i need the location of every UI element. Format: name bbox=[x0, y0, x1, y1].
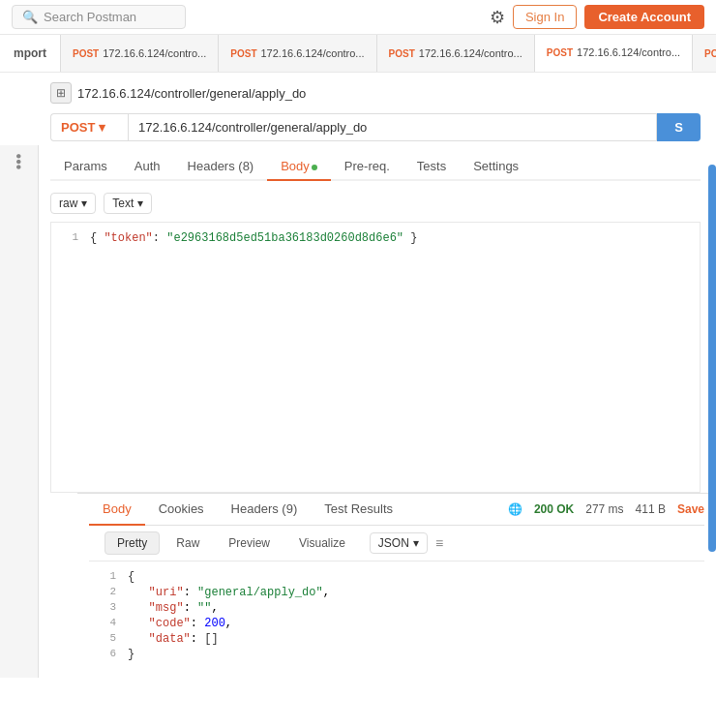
response-time: 277 ms bbox=[585, 502, 623, 516]
tab-3[interactable]: POST 172.16.6.124/contro... bbox=[377, 35, 535, 72]
method-select[interactable]: POST ▾ bbox=[50, 113, 128, 141]
globe-icon: 🌐 bbox=[508, 502, 522, 516]
tab-3-method: POST bbox=[389, 48, 415, 59]
url-input[interactable] bbox=[128, 113, 657, 141]
resp-pretty-tab[interactable]: Pretty bbox=[104, 531, 160, 555]
breadcrumb-icon: ⊞ bbox=[50, 82, 72, 104]
json-format-label: JSON bbox=[378, 536, 409, 550]
colon: : bbox=[153, 231, 166, 245]
resp-lnum-2: 2 bbox=[89, 586, 128, 597]
tab-2-method: POST bbox=[230, 48, 256, 59]
resp-lnum-4: 4 bbox=[89, 617, 128, 628]
signin-button[interactable]: Sign In bbox=[513, 5, 577, 29]
tab-settings[interactable]: Settings bbox=[460, 153, 532, 181]
resp-content-4: "code": 200, bbox=[128, 617, 232, 630]
code-line-1: 1 { "token": "e2963168d5ed51ba36183d0260… bbox=[51, 230, 700, 246]
tab-3-url: 172.16.6.124/contro... bbox=[419, 47, 522, 59]
tab-body[interactable]: Body bbox=[267, 153, 331, 181]
resp-content-1: { bbox=[128, 570, 134, 584]
request-subtabs: Params Auth Headers (8) Body Pre-req. Te… bbox=[50, 153, 701, 181]
grid-icon: ⊞ bbox=[56, 86, 66, 100]
open-bracket: { bbox=[90, 231, 104, 245]
text-chevron-icon: ▾ bbox=[137, 197, 143, 210]
close-bracket: } bbox=[403, 231, 417, 245]
resp-line-6: 6 } bbox=[89, 647, 704, 662]
raw-select[interactable]: raw ▾ bbox=[50, 193, 96, 214]
resp-lnum-1: 1 bbox=[89, 570, 128, 582]
tab-2-url: 172.16.6.124/contro... bbox=[261, 47, 365, 59]
request-section: ⊞ 172.16.6.124/controller/general/apply_… bbox=[39, 73, 716, 493]
method-chevron-icon: ▾ bbox=[99, 120, 105, 135]
tab-headers[interactable]: Headers (8) bbox=[174, 153, 268, 181]
resp-raw-tab[interactable]: Raw bbox=[164, 531, 212, 555]
resp-lnum-3: 3 bbox=[89, 601, 128, 613]
response-tabs-row: Body Cookies Headers (9) Test Results 🌐 … bbox=[89, 494, 704, 526]
tab-tests[interactable]: Tests bbox=[403, 153, 460, 181]
resp-content-6: } bbox=[128, 648, 134, 661]
raw-chevron-icon: ▾ bbox=[81, 197, 87, 210]
tab-2[interactable]: POST 172.16.6.124/contro... bbox=[219, 35, 376, 72]
tab-4-url: 172.16.6.124/contro... bbox=[577, 46, 680, 58]
resp-preview-tab[interactable]: Preview bbox=[216, 531, 283, 555]
search-box[interactable]: 🔍 Search Postman bbox=[12, 5, 186, 29]
tab-4-method: POST bbox=[547, 47, 573, 58]
text-label: Text bbox=[112, 197, 134, 210]
sidebar-left: ••• bbox=[0, 145, 39, 678]
topbar-left: 🔍 Search Postman bbox=[12, 5, 186, 29]
body-dot bbox=[312, 165, 317, 170]
resp-tab-test-results[interactable]: Test Results bbox=[311, 494, 406, 526]
resp-line-3: 3 "msg": "", bbox=[89, 600, 704, 616]
save-button[interactable]: Save bbox=[677, 502, 704, 516]
sidebar-more-icon[interactable]: ••• bbox=[11, 154, 28, 170]
response-size: 411 B bbox=[636, 502, 666, 516]
topbar-right: ⚙ Sign In Create Account bbox=[490, 5, 704, 29]
resp-content-5: "data": [] bbox=[128, 632, 219, 646]
resp-content-3: "msg": "", bbox=[128, 601, 219, 615]
resp-lnum-5: 5 bbox=[89, 632, 128, 644]
body-options: raw ▾ Text ▾ bbox=[50, 189, 701, 222]
tabs-bar: mport POST 172.16.6.124/contro... POST 1… bbox=[0, 35, 716, 73]
text-select[interactable]: Text ▾ bbox=[104, 193, 152, 214]
search-placeholder: Search Postman bbox=[44, 10, 136, 24]
resp-line-5: 5 "data": [] bbox=[89, 631, 704, 647]
resp-tab-cookies[interactable]: Cookies bbox=[145, 494, 218, 526]
resp-line-4: 4 "code": 200, bbox=[89, 616, 704, 631]
tab-params[interactable]: Params bbox=[50, 153, 121, 181]
gear-button[interactable]: ⚙ bbox=[490, 7, 505, 28]
resp-line-1: 1 { bbox=[89, 569, 704, 585]
resp-line-2: 2 "uri": "general/apply_do", bbox=[89, 585, 704, 600]
line-num-1: 1 bbox=[51, 231, 90, 243]
resp-tab-body[interactable]: Body bbox=[89, 494, 145, 526]
scrollbar-indicator[interactable] bbox=[708, 165, 716, 552]
import-tab[interactable]: mport bbox=[0, 35, 61, 72]
json-format-select[interactable]: JSON ▾ bbox=[370, 532, 428, 554]
response-section: Body Cookies Headers (9) Test Results 🌐 … bbox=[77, 493, 716, 678]
body-label: Body bbox=[281, 159, 310, 173]
raw-label: raw bbox=[59, 197, 77, 210]
response-body-code: 1 { 2 "uri": "general/apply_do", 3 "msg"… bbox=[89, 561, 704, 678]
tab-prereq[interactable]: Pre-req. bbox=[331, 153, 403, 181]
send-button[interactable]: S bbox=[657, 113, 701, 141]
create-account-button[interactable]: Create Account bbox=[584, 5, 704, 29]
request-body-editor[interactable]: 1 { "token": "e2963168d5ed51ba36183d0260… bbox=[50, 222, 701, 493]
method-label: POST bbox=[61, 120, 95, 135]
topbar: 🔍 Search Postman ⚙ Sign In Create Accoun… bbox=[0, 0, 716, 35]
response-meta: 🌐 200 OK 277 ms 411 B Save bbox=[508, 502, 704, 516]
line-content-1: { "token": "e2963168d5ed51ba36183d0260d8… bbox=[90, 231, 417, 245]
resp-body-tabs: Pretty Raw Preview Visualize JSON ▾ ≡ bbox=[89, 526, 704, 561]
breadcrumb: 172.16.6.124/controller/general/apply_do bbox=[77, 86, 306, 101]
gear-icon: ⚙ bbox=[490, 8, 505, 27]
tab-auth[interactable]: Auth bbox=[121, 153, 174, 181]
tab-1[interactable]: POST 172.16.6.124/contro... bbox=[61, 35, 219, 72]
tab-1-method: POST bbox=[73, 48, 99, 59]
wrap-button[interactable]: ≡ bbox=[435, 535, 443, 551]
resp-content-2: "uri": "general/apply_do", bbox=[128, 586, 330, 599]
resp-visualize-tab[interactable]: Visualize bbox=[286, 531, 358, 555]
resp-lnum-6: 6 bbox=[89, 648, 128, 659]
resp-tab-headers[interactable]: Headers (9) bbox=[218, 494, 312, 526]
token-value: "e2963168d5ed51ba36183d0260d8d6e6" bbox=[166, 231, 403, 245]
tab-5[interactable]: POST http://172.1... bbox=[693, 35, 716, 72]
json-format-chevron-icon: ▾ bbox=[413, 536, 419, 550]
tab-4[interactable]: POST 172.16.6.124/contro... bbox=[535, 35, 693, 72]
tab-5-method: POST bbox=[704, 48, 716, 59]
